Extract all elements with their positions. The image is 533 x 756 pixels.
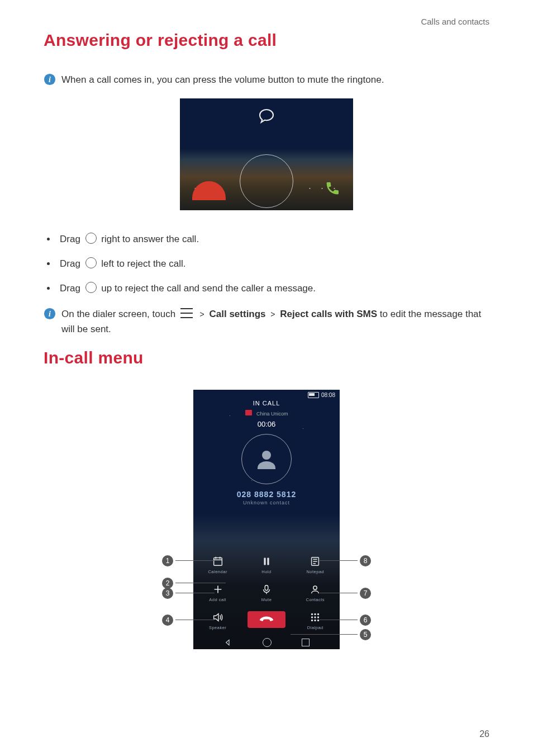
bullet-dot [47, 287, 50, 290]
svg-point-15 [315, 616, 316, 618]
svg-point-10 [313, 586, 317, 589]
heading-answering-rejecting: Answering or rejecting a call [44, 31, 489, 50]
svg-rect-6 [264, 557, 265, 565]
page-number: 26 [479, 729, 489, 739]
back-icon[interactable] [223, 638, 232, 647]
circle-icon [85, 233, 97, 244]
svg-point-14 [311, 616, 313, 618]
callout-1: 1 [162, 555, 215, 566]
svg-point-4 [262, 451, 271, 460]
info-text: When a call comes in, you can press the … [61, 72, 384, 87]
callout-4: 4 [162, 615, 215, 626]
sim-row: China Unicom [193, 408, 340, 418]
list-item: Drag up to reject the call and send the … [47, 282, 489, 294]
info-icon: i [44, 308, 56, 320]
info-icon: i [44, 73, 56, 86]
phone-screenshot: 08:08 IN CALL China Unicom 00:06 028 888… [193, 390, 340, 649]
bullet-dot [47, 262, 50, 265]
list-item: Drag left to reject the call. [47, 257, 489, 270]
status-time: 08:08 [321, 392, 335, 398]
callout-2: 2 [162, 578, 226, 589]
svg-point-17 [311, 619, 313, 621]
status-bar: 08:08 [308, 392, 335, 398]
svg-point-12 [315, 613, 316, 615]
sim-chip-icon [245, 410, 252, 415]
svg-point-11 [311, 613, 313, 615]
carrier-name: China Unicom [256, 411, 288, 417]
figure-incoming-call: . . .. . . [180, 98, 353, 210]
heading-in-call-menu: In-call menu [44, 348, 489, 367]
end-call-icon [248, 611, 285, 628]
running-header: Calls and contacts [44, 17, 489, 26]
callout-3: 3 [162, 588, 215, 599]
hold-button[interactable]: Hold [242, 555, 291, 574]
reject-icon [192, 181, 226, 200]
svg-point-16 [317, 616, 319, 618]
battery-icon [308, 392, 319, 398]
info-note-1: i When a call comes in, you can press th… [44, 72, 489, 87]
svg-point-18 [315, 619, 316, 621]
call-duration: 00:06 [193, 420, 340, 428]
list-item: Drag right to answer the call. [47, 233, 489, 245]
menu-icon [180, 308, 193, 318]
callout-7: 7 [320, 588, 371, 599]
circle-icon [85, 257, 97, 268]
callout-5: 5 [291, 629, 371, 640]
circle-icon [85, 282, 97, 293]
callout-8: 8 [320, 555, 371, 566]
answer-icon [324, 180, 341, 197]
mute-button[interactable]: Mute [242, 583, 291, 602]
info-text: On the dialer screen, touch > Call setti… [61, 306, 489, 337]
svg-rect-5 [213, 557, 222, 565]
svg-rect-7 [267, 557, 269, 565]
end-call-button[interactable] [242, 611, 291, 630]
phone-number: 028 8882 5812 [193, 490, 340, 499]
callout-6: 6 [320, 615, 371, 626]
avatar [241, 434, 292, 484]
home-icon[interactable] [263, 638, 272, 647]
drag-handle-circle [240, 154, 293, 208]
svg-text:i: i [49, 75, 51, 84]
contact-type: Unknown contact [193, 500, 340, 505]
svg-point-19 [317, 619, 319, 621]
message-icon [258, 107, 275, 125]
figure-in-call-menu: 08:08 IN CALL China Unicom 00:06 028 888… [149, 390, 384, 649]
bullet-dot [47, 238, 50, 240]
svg-rect-9 [265, 585, 268, 590]
info-note-2: i On the dialer screen, touch > Call set… [44, 306, 489, 337]
svg-point-13 [317, 613, 319, 615]
svg-text:i: i [49, 310, 51, 318]
instruction-list: Drag right to answer the call. Drag left… [44, 233, 489, 294]
